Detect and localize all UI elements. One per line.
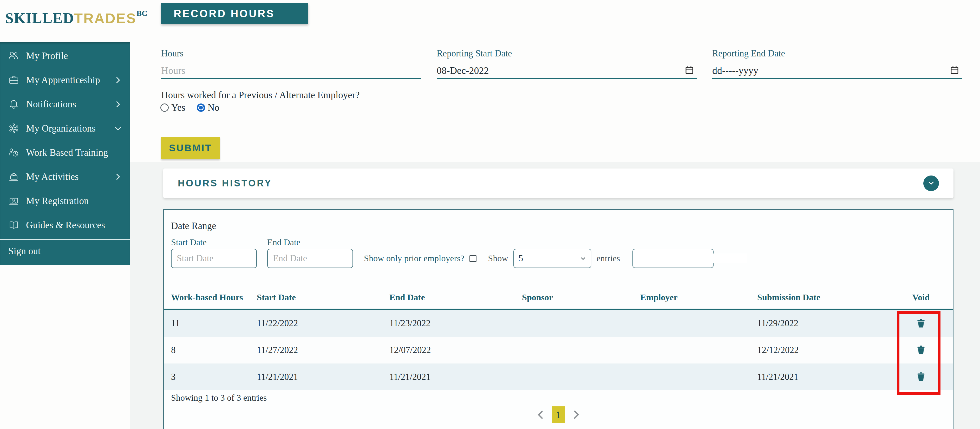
sidebar-item-label: My Organizations [26,123,95,134]
reporting-start-date-field: Reporting Start Date 08-Dec-2022 [437,48,697,79]
cell-start-date: 11/27/2022 [257,345,390,356]
logo-bc: BC [137,9,147,18]
cell-start-date: 11/21/2021 [257,372,390,382]
trash-icon [916,344,926,355]
col-header-work-based-hours: Work-based Hours [171,292,257,302]
org-network-icon [8,123,19,134]
sidebar-item-label: My Apprenticeship [26,74,100,86]
activities-icon [8,171,19,182]
skilledtradesbc-logo[interactable]: SKILLEDTRADESBC [5,9,147,27]
table-row: 3 11/21/2021 11/21/2021 11/21/2021 [164,364,953,390]
briefcase-icon [8,75,19,86]
calendar-icon[interactable] [950,65,959,76]
prior-employers-filter-label: Show only prior employers? [364,254,464,263]
bell-icon [8,99,19,110]
date-range-label: Date Range [171,220,216,231]
entries-label: entries [597,254,620,263]
table-row: 8 11/27/2022 12/07/2022 12/12/2022 [164,337,953,364]
sidebar-item-my-apprenticeship[interactable]: My Apprenticeship [0,68,130,92]
cell-hours: 3 [171,372,257,382]
filter-end-date-label: End Date [267,238,300,247]
pagination-prev-button[interactable] [536,410,545,419]
col-header-submission-date: Submission Date [757,292,896,302]
page-title: RECORD HOURS [161,3,308,24]
registration-icon [8,196,19,206]
sidebar-item-label: Work Based Training [26,147,108,158]
chevron-right-icon [115,77,122,84]
chevron-left-icon [536,410,545,419]
pagination: 1 [164,407,953,423]
void-entry-button[interactable] [916,371,926,383]
hours-field: Hours [161,48,421,79]
col-header-void: Void [896,292,946,302]
hours-input[interactable] [161,65,418,76]
prior-employer-radio-group: Yes No [161,102,220,113]
hours-history-panel: Date Range Start Date End Date Show only… [163,209,953,429]
table-row: 11 11/22/2022 11/23/2022 11/29/2022 [164,310,953,337]
reporting-start-date-value: 08-Dec-2022 [437,65,685,76]
sidebar-item-guides-resources[interactable]: Guides & Resources [0,213,130,237]
sidebar-item-label: Notifications [26,99,76,110]
filter-start-date-input[interactable] [177,253,251,264]
radio-no-circle-selected [197,104,205,112]
cell-submission-date: 11/29/2022 [757,318,896,329]
reporting-end-date-label: Reporting End Date [712,48,962,59]
guides-book-icon [8,220,19,231]
submit-button[interactable]: SUBMIT [161,137,220,159]
collapse-toggle-button[interactable] [923,175,939,191]
col-header-start-date: Start Date [257,292,390,302]
filter-end-date-input[interactable] [273,253,347,264]
table-search-input[interactable] [637,254,747,263]
sidebar-item-label: My Profile [26,50,68,61]
logo-skilled: SKILLED [5,10,74,27]
table-header-row: Work-based Hours Start Date End Date Spo… [164,286,953,310]
cell-submission-date: 11/21/2021 [757,372,896,382]
reporting-end-date-input[interactable]: dd-----yyyy [712,63,962,79]
people-icon [8,51,19,61]
calendar-icon[interactable] [685,65,694,76]
pagination-page-1[interactable]: 1 [552,407,565,423]
void-entry-button[interactable] [916,317,926,329]
sidebar-item-my-organizations[interactable]: My Organizations [0,116,130,140]
pagination-next-button[interactable] [572,410,581,419]
radio-no[interactable]: No [197,102,220,113]
sidebar-item-my-profile[interactable]: My Profile [0,44,130,68]
void-entry-button[interactable] [916,344,926,356]
reporting-start-date-label: Reporting Start Date [437,48,697,59]
prior-employers-checkbox[interactable] [469,255,476,262]
table-filters: Date Range Start Date End Date Show only… [164,210,953,286]
reporting-end-date-field: Reporting End Date dd-----yyyy [712,48,962,79]
entries-per-page-select[interactable]: 5 [513,249,591,268]
work-training-icon [8,147,19,158]
radio-yes[interactable]: Yes [161,102,185,113]
reporting-end-date-value: dd-----yyyy [712,65,950,76]
prior-employer-question: Hours worked for a Previous / Alternate … [161,89,360,100]
sidebar-nav: My Profile My Apprenticeship Notificatio… [0,42,130,265]
sidebar-item-my-activities[interactable]: My Activities [0,164,130,189]
logo-trades: TRADES [74,10,137,26]
cell-submission-date: 12/12/2022 [757,345,896,356]
sidebar-item-my-registration[interactable]: My Registration [0,189,130,213]
chevron-right-icon [115,100,122,108]
sign-out-button[interactable]: Sign out [0,240,130,262]
chevron-down-icon [927,179,935,187]
col-header-employer: Employer [640,292,757,302]
chevron-right-icon [115,173,122,180]
hours-history-title: HOURS HISTORY [178,178,272,189]
sidebar-item-work-based-training[interactable]: Work Based Training [0,140,130,164]
sidebar-item-label: Guides & Resources [26,219,105,231]
sidebar-item-label: My Registration [26,195,89,206]
table-summary: Showing 1 to 3 of 3 entries [164,390,953,403]
cell-end-date: 11/23/2022 [390,318,522,329]
table-controls: Show only prior employers? Show 5 entrie… [364,249,714,268]
cell-hours: 8 [171,345,257,356]
sidebar-item-notifications[interactable]: Notifications [0,92,130,116]
cell-end-date: 11/21/2021 [390,372,522,382]
entries-per-page-value: 5 [519,253,580,264]
trash-icon [916,317,926,329]
reporting-start-date-input[interactable]: 08-Dec-2022 [437,63,697,79]
hours-history-header: HOURS HISTORY [163,169,953,198]
radio-yes-circle [161,104,169,112]
col-header-end-date: End Date [390,292,522,302]
record-hours-page: SKILLEDTRADESBC My Profile My Apprentice… [0,0,980,429]
